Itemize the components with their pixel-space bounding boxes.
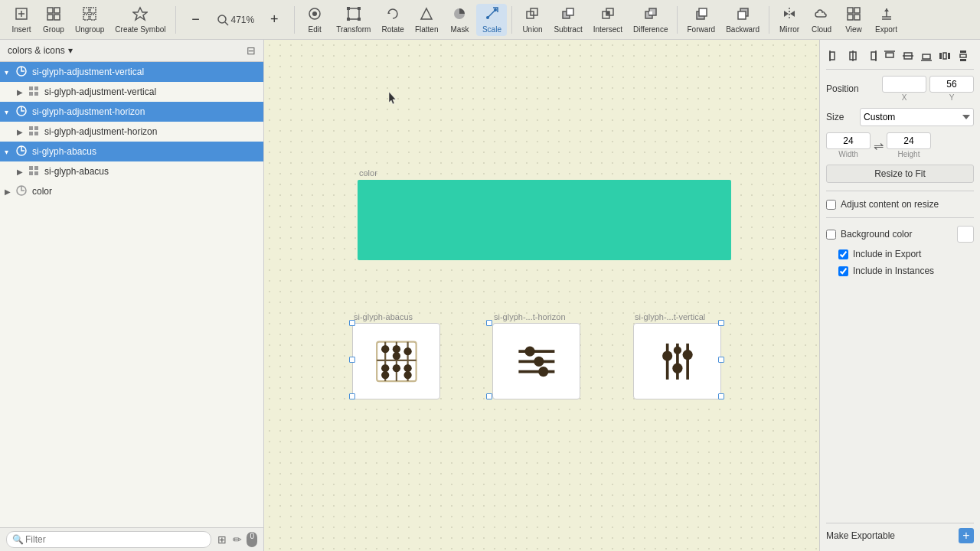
filter-input[interactable] — [6, 531, 211, 548]
color-rect[interactable] — [358, 180, 731, 260]
position-x-input[interactable] — [882, 76, 926, 93]
layer-row[interactable]: ▾ si-glyph-adjustment-vertical — [0, 62, 263, 82]
selection-handle-tm[interactable] — [486, 320, 492, 326]
layer-row[interactable]: ▶ si-glyph-adjustment-horizon — [0, 122, 263, 142]
symbol-label-1: si-glyph-...t-horizon — [494, 312, 566, 321]
layer-row[interactable]: ▶ color — [0, 181, 263, 201]
zoom-in-tool[interactable]: + — [259, 9, 289, 30]
backward-icon — [735, 6, 750, 24]
layer-expand-arrow[interactable]: ▶ — [17, 168, 28, 176]
width-input[interactable] — [826, 132, 871, 149]
svg-point-78 — [381, 370, 389, 378]
symbol-label-0: si-glyph-abacus — [354, 312, 413, 321]
svg-marker-43 — [790, 11, 795, 17]
svg-rect-10 — [90, 15, 96, 20]
selection-handle-br[interactable] — [718, 393, 724, 399]
include-export-checkbox[interactable] — [838, 249, 848, 259]
selection-handle-mr[interactable] — [718, 357, 724, 363]
layer-row[interactable]: ▶ si-glyph-adjustment-vertical — [0, 82, 263, 102]
mask-tool[interactable]: Mask — [444, 4, 475, 36]
svg-point-75 — [392, 351, 400, 359]
scale-tool[interactable]: Scale — [476, 4, 507, 36]
layer-expand-arrow[interactable]: ▶ — [17, 128, 28, 136]
add-exportable-button[interactable]: + — [959, 528, 974, 543]
backward-tool[interactable]: Backward — [721, 4, 764, 36]
selection-handle-tl[interactable] — [349, 320, 355, 326]
edit-tool[interactable]: Edit — [299, 4, 330, 36]
view-tool[interactable]: View — [838, 4, 869, 36]
align-center-v-btn[interactable] — [900, 47, 916, 64]
cloud-tool[interactable]: Cloud — [806, 4, 837, 36]
layer-label: si-glyph-adjustment-vertical — [44, 86, 156, 97]
align-left-edges-btn[interactable] — [826, 47, 843, 64]
group-tool[interactable]: Group — [38, 4, 69, 36]
layer-expand-arrow[interactable]: ▶ — [5, 187, 15, 196]
selection-handle-bl[interactable] — [349, 393, 355, 399]
forward-tool[interactable]: Forward — [682, 4, 720, 36]
layer-expand-arrow[interactable]: ▾ — [5, 68, 15, 77]
svg-rect-5 — [47, 15, 53, 20]
svg-rect-19 — [347, 18, 350, 21]
mirror-tool[interactable]: Mirror — [774, 4, 805, 36]
symbol-card-0[interactable] — [352, 323, 440, 399]
layer-row[interactable]: ▶ si-glyph-abacus — [0, 161, 263, 181]
layer-expand-arrow[interactable]: ▾ — [5, 148, 15, 156]
adjust-content-checkbox[interactable] — [826, 200, 836, 210]
layer-row[interactable]: ▾ si-glyph-abacus — [0, 142, 263, 161]
distribute-h-btn[interactable] — [936, 47, 953, 64]
union-tool[interactable]: Union — [517, 4, 547, 36]
distribute-v-btn[interactable] — [955, 47, 972, 64]
height-input[interactable] — [887, 132, 931, 149]
size-row: Size Custom Fixed Proportional — [826, 108, 974, 126]
svg-rect-4 — [54, 8, 60, 13]
create-symbol-tool[interactable]: Create Symbol — [110, 4, 170, 36]
grid-view-icon[interactable]: ⊞ — [216, 532, 228, 547]
position-y-input[interactable] — [929, 76, 974, 93]
selection-handle-bm[interactable] — [486, 393, 492, 399]
make-exportable-label: Make Exportable — [826, 530, 895, 541]
align-top-edges-btn[interactable] — [881, 47, 898, 64]
svg-line-13 — [225, 22, 228, 25]
svg-point-93 — [682, 350, 692, 360]
zoom-out-tool[interactable]: − — [181, 9, 211, 30]
align-bottom-edges-btn[interactable] — [918, 47, 935, 64]
flatten-tool[interactable]: Flatten — [410, 4, 443, 36]
right-panel: Position X Y Size Custom Fixed Proportio… — [819, 40, 980, 551]
link-proportional-icon[interactable]: ⇌ — [874, 139, 884, 153]
sidebar-dropdown-icon[interactable]: ▾ — [68, 45, 73, 56]
layer-row[interactable]: ▾ si-glyph-adjustment-horizon — [0, 102, 263, 122]
ungroup-tool[interactable]: Ungroup — [70, 4, 109, 36]
size-dropdown[interactable]: Custom Fixed Proportional — [860, 108, 974, 126]
resize-to-fit-button[interactable]: Resize to Fit — [826, 165, 974, 183]
subtract-tool[interactable]: Subtract — [549, 4, 586, 36]
mask-icon — [452, 6, 467, 24]
symbol-card-2[interactable] — [633, 323, 721, 399]
include-instances-checkbox[interactable] — [838, 266, 848, 276]
difference-tool[interactable]: Difference — [629, 4, 672, 36]
insert-tool[interactable]: Insert — [6, 4, 37, 36]
selection-handle-tr[interactable] — [718, 320, 724, 326]
layer-expand-arrow[interactable]: ▶ — [17, 88, 28, 96]
sidebar-collapse-button[interactable]: ⊟ — [247, 44, 256, 57]
backward-label: Backward — [726, 25, 760, 34]
background-color-swatch[interactable] — [957, 226, 974, 243]
align-center-h-btn[interactable] — [844, 47, 861, 64]
toolbar-divider-2 — [294, 6, 295, 34]
intersect-tool[interactable]: Intersect — [589, 4, 627, 36]
symbol-card-1[interactable] — [492, 323, 580, 399]
edit-icon[interactable]: ✏ — [231, 532, 243, 547]
transform-tool[interactable]: Transform — [332, 4, 375, 36]
cloud-label: Cloud — [812, 25, 831, 34]
layer-label: si-glyph-adjustment-horizon — [32, 106, 145, 117]
align-right-edges-btn[interactable] — [863, 47, 880, 64]
scale-icon — [484, 6, 499, 24]
export-tool[interactable]: Export — [871, 4, 902, 36]
layer-expand-arrow[interactable]: ▾ — [5, 108, 15, 116]
toolbar-divider-1 — [175, 6, 176, 34]
sidebar-bottom: 🔍 ⊞ ✏ 0 — [0, 527, 263, 551]
selection-handle-ml[interactable] — [349, 357, 355, 363]
zoom-out-icon: − — [191, 11, 200, 28]
background-color-checkbox[interactable] — [826, 230, 836, 240]
rotate-tool[interactable]: Rotate — [377, 4, 408, 36]
canvas-area[interactable]: color si-glyph-abacus — [264, 40, 819, 551]
